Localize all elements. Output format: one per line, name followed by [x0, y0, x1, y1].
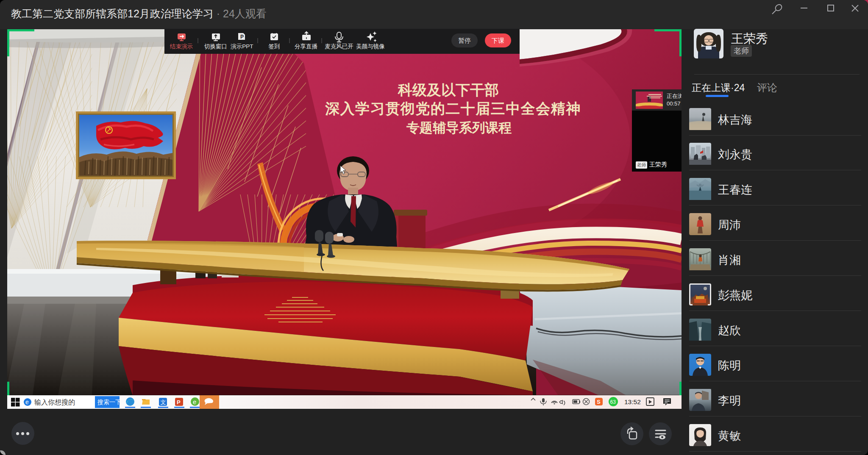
- svg-text:搜索一下: 搜索一下: [97, 399, 121, 405]
- svg-text:S: S: [597, 399, 601, 405]
- svg-text:63: 63: [610, 399, 616, 405]
- svg-text:e: e: [193, 398, 196, 405]
- svg-text:13:52: 13:52: [624, 398, 641, 405]
- svg-text:文: 文: [161, 399, 166, 405]
- svg-text:P: P: [240, 34, 244, 40]
- svg-text:科级及以下干部: 科级及以下干部: [398, 82, 499, 98]
- svg-text:P: P: [177, 399, 181, 405]
- svg-text:专题辅导系列课程: 专题辅导系列课程: [406, 120, 512, 135]
- svg-text:深入学习贯彻党的二十届三中全会精神: 深入学习贯彻党的二十届三中全会精神: [325, 100, 581, 117]
- svg-text:e: e: [25, 399, 29, 405]
- svg-text:输入你想搜的: 输入你想搜的: [34, 399, 75, 406]
